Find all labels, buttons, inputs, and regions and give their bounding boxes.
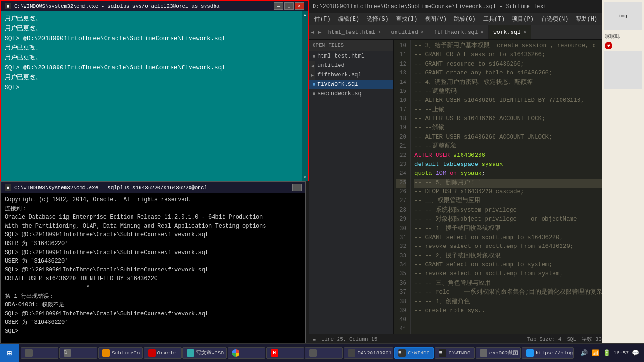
menu-tools[interactable]: 工具(T) [479, 14, 509, 24]
cmd-bottom-controls: — [292, 184, 302, 191]
menu-file[interactable]: 件(F) [311, 14, 334, 24]
cmd-top-titlebar: ■ C:\WINDOWS\system32\cmd.exe - sqlplus … [1, 1, 308, 11]
ln-35: 35 [396, 270, 406, 279]
sidebar-label-secondwork: secondwork.sql [317, 90, 365, 97]
taskbar-chrome[interactable] [228, 347, 265, 359]
taskbar-clock[interactable]: 16:57 [613, 350, 629, 356]
tab-scroll-left[interactable]: ◀ [309, 25, 316, 39]
sublime-tabs: ◀ ▶ html_test.html × untitled × fifthwor… [309, 25, 644, 40]
sidebar-item-fifthwork[interactable]: fifthwork.sql [309, 70, 393, 80]
cortana-icon [25, 349, 33, 357]
taskbar-sublime[interactable]: SublimeCo... [98, 347, 143, 359]
menu-project[interactable]: 项目(P) [508, 14, 537, 24]
menu-find[interactable]: 查找(I) [392, 14, 421, 24]
menu-edit[interactable]: 编辑(E) [334, 14, 363, 24]
tray-battery[interactable]: 🔋 [602, 348, 611, 358]
cmd-bottom-title-text: C:\WINDOWS\system32\cmd.exe - sqlplus s1… [14, 185, 207, 190]
taskbar-cmd1[interactable]: ■ C\WINDO... [394, 347, 434, 359]
right-panel-content: img 咪咪啡 ♥ [602, 0, 644, 91]
cmd-top-maximize[interactable]: □ [284, 2, 294, 10]
taskbar: ⊞ ⧉ SublimeCo... Oracle 写文章-CSD... H [0, 343, 644, 362]
ln-13: 13 [396, 69, 406, 78]
sidebar-item-secondwork[interactable]: secondwork.sql [309, 89, 393, 99]
tab-html-test[interactable]: html_test.html × [323, 25, 386, 39]
tab-untitled-close[interactable]: × [421, 30, 424, 35]
ln-33: 33 [396, 252, 406, 261]
b-line-15: ORA-01031: 权限不足 [5, 301, 302, 310]
sidebar-item-untitled[interactable]: untitled [309, 61, 393, 70]
cmd-line-3: 用户已更改。 [5, 24, 304, 34]
tab-untitled-label: untitled [391, 29, 418, 36]
taskbar-cxp[interactable]: cxp002截图... [476, 347, 521, 359]
tab-scroll-right[interactable]: ▶ [316, 25, 323, 39]
panel-image-2 [604, 51, 642, 89]
menu-view[interactable]: 视图(V) [421, 14, 450, 24]
taskbar-cmd2[interactable]: ■ C\WINDO... [435, 347, 474, 359]
cmd-window-bottom[interactable]: ■ C:\WINDOWS\system32\cmd.exe - sqlplus … [0, 181, 306, 362]
tab-fifthwork-close[interactable]: × [481, 30, 484, 35]
taskbar-blog[interactable]: https://blog... [522, 347, 574, 359]
sidebar-dot-fivework [313, 83, 315, 86]
menu-select[interactable]: 选择(S) [363, 14, 392, 24]
taskbar-cmd2-label: C\WINDO... [448, 350, 474, 356]
menu-help[interactable]: 帮助(H) [572, 14, 601, 24]
sidebar-dot-secondwork [313, 92, 315, 95]
sublime-side-arrows[interactable]: ◀ ▶ [309, 61, 315, 80]
cmd-top-minimize[interactable]: — [274, 2, 283, 10]
taskbar-items: ⧉ SublimeCo... Oracle 写文章-CSD... H DA\20… [19, 346, 576, 360]
tab-fifthwork-label: fifthwork.sql [434, 29, 478, 36]
taskbar-right: 🔊 📶 🔋 16:57 💬 [576, 348, 644, 358]
b-line-14: 第 1 行出现错误： [5, 292, 302, 301]
tab-work-close[interactable]: × [523, 30, 526, 35]
tray-volume[interactable]: 📶 [591, 348, 600, 358]
taskbar-task-view[interactable]: ⧉ [59, 347, 97, 359]
sidebar-item-html-test[interactable]: html_test.html [309, 51, 393, 61]
sidebar-dot-html [313, 55, 315, 58]
start-button[interactable]: ⊞ [0, 344, 19, 362]
cmd-top-scrollbar[interactable]: ▲ ▼ [302, 11, 308, 181]
sublime-window[interactable]: D:\20180901IntoThree\Oracle\SubLimeCours… [309, 0, 644, 344]
cmd-line-11: SQL> @D:\20180901IntoThree\Oracle\SubLim… [5, 63, 304, 73]
menu-goto[interactable]: 跳转(G) [450, 14, 479, 24]
taskbar-csdn-label: 写文章-CSD... [196, 349, 227, 356]
taskbar-csdn[interactable]: 写文章-CSD... [182, 347, 227, 359]
b-line-17: SQL> @D:\20180901IntoThree\Oracle\SubLim… [5, 310, 302, 319]
taskbar-oracle[interactable]: Oracle [144, 347, 182, 359]
b-line-10: USER 为 "S16436220" [5, 257, 302, 266]
tab-fifthwork[interactable]: fifthwork.sql × [429, 25, 489, 39]
taskbar-da[interactable]: DA\20180901... [344, 347, 393, 359]
tab-work[interactable]: work.sql × [489, 25, 532, 39]
blog-icon [526, 349, 534, 357]
ln-16: 16 [396, 96, 406, 105]
taskbar-sublime-label: SublimeCo... [112, 350, 143, 356]
arrow-up-icon[interactable]: ◀ [311, 63, 314, 69]
cmd-bottom-minimize[interactable]: — [292, 184, 302, 191]
cmd-window-top[interactable]: ■ C:\WINDOWS\system32\cmd.exe - sqlplus … [0, 0, 309, 181]
cmd-bottom-icon: ■ [5, 184, 11, 191]
arrow-down-icon[interactable]: ▶ [311, 73, 314, 78]
tab-html-test-close[interactable]: × [378, 30, 381, 35]
cmd-top-close[interactable]: × [295, 2, 304, 10]
taskbar-cortana[interactable] [21, 347, 58, 359]
sidebar-label-html: html_test.html [317, 53, 365, 59]
b-line-5: With the Partitioning, OLAP, Data Mining… [5, 222, 302, 231]
tray-notifications[interactable]: 💬 [631, 348, 640, 358]
sidebar-item-fivework[interactable]: fivework.sql [309, 80, 393, 89]
ln-27: 27 [396, 197, 406, 206]
cmd-line-7: 用户已更改。 [5, 43, 304, 53]
tray-network[interactable]: 🔊 [579, 348, 589, 358]
da-icon [348, 349, 355, 357]
menu-prefs[interactable]: 首选项(N) [537, 14, 572, 24]
sidebar-label-fivework: fivework.sql [317, 81, 358, 88]
ln-17: 17 [396, 106, 406, 115]
taskbar-h[interactable]: H [266, 347, 304, 359]
b-line-8: USER 为 "S16436220" [5, 239, 302, 248]
line-numbers: 10 11 12 13 14 15 16 17 18 19 20 21 22 2… [394, 40, 411, 334]
ln-29: 29 [396, 215, 406, 224]
status-position: Line 25, Column 15 [322, 337, 378, 342]
ln-14: 14 [396, 78, 406, 87]
ln-39: 39 [396, 306, 406, 315]
taskbar-item-extra1[interactable] [305, 347, 343, 359]
tab-untitled[interactable]: untitled × [386, 25, 429, 39]
tab-html-test-label: html_test.html [328, 29, 375, 36]
